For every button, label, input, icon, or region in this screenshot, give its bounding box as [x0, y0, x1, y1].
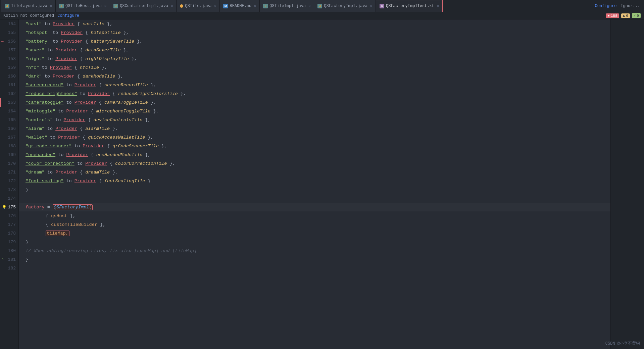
- line-number: 157: [8, 48, 16, 53]
- brace-token: },: [159, 144, 167, 149]
- minimap-panel: [610, 19, 644, 349]
- tab-qs-factory-impl-test[interactable]: K QSFactoryImplTest.kt ✕: [376, 0, 443, 12]
- brace-token: {: [107, 161, 115, 166]
- tile-token: oneHandedModeTile: [96, 152, 143, 157]
- tab-qs-tile-host[interactable]: J QSTileHost.java ✕: [56, 0, 110, 12]
- gutter-line-166: 166: [0, 124, 18, 133]
- tab-readme[interactable]: M README.md ✕: [220, 0, 260, 12]
- tile-token: cameraToggleTile: [104, 100, 148, 105]
- code-area[interactable]: "cast" to Provider { castTile }, "hotspo…: [19, 19, 610, 349]
- code-line-155: "hotspot" to Provider { hotspotTile },: [19, 28, 610, 37]
- code-line-181: }: [19, 255, 610, 264]
- tile-token: microphoneToggleTile: [96, 109, 151, 114]
- provider-token: Provider: [75, 100, 96, 105]
- gutter-line-171: 171: [0, 168, 18, 177]
- brace-token: {: [80, 135, 88, 140]
- tab-label: QSTileImpl.java: [269, 4, 306, 8]
- brace-token: },: [148, 100, 156, 105]
- tile-token: quickAccessWalletTile: [88, 135, 145, 140]
- provider-token: Provider: [55, 56, 77, 61]
- tab-close-btn[interactable]: ✕: [308, 4, 310, 8]
- brace-token: },: [121, 48, 129, 53]
- keyword-to: to: [55, 109, 66, 114]
- tab-qs-tile-impl[interactable]: J QSTileImpl.java ✕: [260, 0, 314, 12]
- line-number: 181: [8, 257, 16, 262]
- brace-token: },: [142, 117, 150, 122]
- provider-token: Provider: [55, 48, 77, 53]
- brace-token: {: [83, 39, 91, 44]
- string-token: "cast": [26, 21, 42, 27]
- tab-close-btn[interactable]: ✕: [214, 4, 216, 8]
- tab-qs-container-impl[interactable]: J QSContainerImpl.java ✕: [110, 0, 177, 12]
- keyword-to: to: [45, 170, 55, 175]
- tab-close-btn[interactable]: ✕: [437, 4, 439, 8]
- brace-token: {: [77, 170, 85, 175]
- gutter-line-167: 167: [0, 133, 18, 142]
- gutter-line-179: 179: [0, 238, 18, 246]
- tab-close-btn[interactable]: ✕: [104, 4, 106, 8]
- highlight-box2: tileMap,: [46, 231, 69, 236]
- tab-label: QSTile.java: [185, 4, 211, 8]
- tile-token: hotspotTile: [91, 30, 120, 35]
- provider-token: Provider: [83, 144, 104, 149]
- line-number: 172: [8, 179, 16, 184]
- keyword-to: to: [77, 91, 88, 96]
- keyword-to: to: [45, 56, 55, 61]
- line-number: 162: [8, 91, 16, 96]
- tab-label: README.md: [230, 4, 251, 8]
- tile-token: alarmTile: [85, 126, 110, 131]
- tile-token: batterySaverTile: [91, 39, 134, 44]
- gutter-line-162: 162: [0, 89, 18, 98]
- string-token: "hotspot": [26, 30, 50, 35]
- brace-token: },: [178, 91, 186, 96]
- brace-token: {: [85, 117, 93, 122]
- keyword-to: to: [50, 39, 61, 44]
- tab-close-btn[interactable]: ✕: [254, 4, 256, 8]
- configure-btn[interactable]: Configure: [595, 4, 617, 8]
- provider-token: Provider: [55, 126, 77, 131]
- provider-token: Provider: [66, 152, 88, 157]
- tab-tile-layout[interactable]: J TileLayout.java ✕: [1, 0, 56, 12]
- code-line-173: ): [19, 185, 610, 194]
- gutter-line-155: 155: [0, 28, 18, 37]
- gutter-line-156: — 156: [0, 37, 18, 46]
- notification-bar: Kotlin not configured Configure ● 188 ▲ …: [0, 12, 644, 19]
- tab-close-btn[interactable]: ✕: [50, 4, 52, 8]
- error-badges: ● 188 ▲ 6 ✓ 9: [606, 13, 641, 18]
- keyword-to: to: [63, 83, 74, 88]
- line-number: 155: [8, 30, 16, 35]
- tab-label: QSContainerImpl.java: [120, 4, 168, 8]
- brace-token: {: [96, 100, 104, 105]
- param-token: tileMap,: [47, 231, 68, 236]
- brace-token: ): [26, 240, 28, 245]
- gutter-line-168: 168: [0, 142, 18, 150]
- provider-token: Provider: [55, 170, 77, 175]
- assign-token: =: [45, 205, 53, 210]
- configure-link[interactable]: Configure: [57, 13, 79, 18]
- brace-token: {: [88, 109, 96, 114]
- brace-token: },: [110, 170, 118, 175]
- gutter-line-182: 182: [0, 264, 18, 272]
- error-count: 188: [611, 14, 617, 18]
- gutter-line-154: 154: [0, 19, 18, 28]
- string-token: "screenrecord": [26, 83, 63, 88]
- gutter-line-161: 161: [0, 81, 18, 89]
- line-number: 168: [8, 144, 16, 149]
- code-line-164: "mictoggle" to Provider { microphoneTogg…: [19, 107, 610, 115]
- ignore-btn[interactable]: Ignor...: [621, 4, 640, 8]
- tab-close-btn[interactable]: ✕: [370, 4, 372, 8]
- string-token: "font_scaling": [26, 179, 63, 184]
- tab-close-btn[interactable]: ✕: [171, 4, 173, 8]
- code-line-171: "dream" to Provider { dreamTile },: [19, 168, 610, 177]
- gutter-line-174: 174: [0, 194, 18, 203]
- gutter-line-165: 165: [0, 115, 18, 124]
- code-line-157: "saver" to Provider { dataSaverTile },: [19, 46, 610, 54]
- java-icon: J: [263, 4, 268, 8]
- tab-qs-factory-impl[interactable]: J QSFactoryImpl.java ✕: [314, 0, 376, 12]
- provider-token: Provider: [61, 39, 83, 44]
- brace-token: {: [88, 152, 96, 157]
- gutter-line-178: 178: [0, 229, 18, 238]
- provider-token: Provider: [50, 65, 72, 70]
- provider-token: Provider: [85, 161, 107, 166]
- tab-qs-tile[interactable]: QSTile.java ✕: [177, 0, 220, 12]
